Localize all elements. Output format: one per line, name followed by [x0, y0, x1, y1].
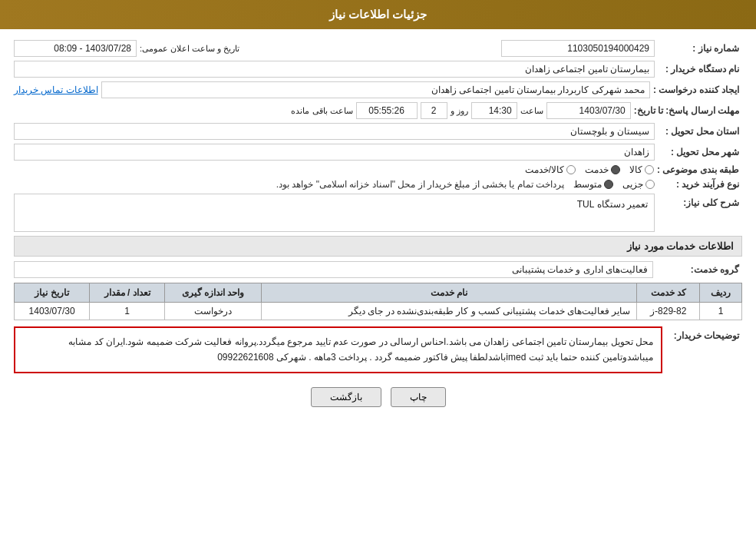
row-ijad: ایجاد کننده درخواست : محمد شهرکی کاربردا…	[14, 81, 742, 98]
radio-khadamat: خدمت	[585, 164, 620, 175]
radio-motavaset-circle	[604, 180, 613, 189]
ostan-label: استان محل تحویل :	[658, 126, 742, 137]
mohlat-label: مهلت ارسال پاسخ: تا تاریخ:	[634, 105, 742, 116]
ijad-value: محمد شهرکی کاربردار بیمارستان تامین اجتم…	[101, 81, 650, 98]
th-vahed: واحد اندازه گیری	[165, 283, 262, 303]
roz-value: 2	[421, 102, 447, 119]
shomara-niaz-value: 1103050194000429	[501, 40, 655, 57]
nooe-label: نوع فرآیند خرید :	[658, 179, 742, 190]
row-tozihat: توضیحات خریدار: محل تحویل بیمارستان تامی…	[14, 326, 742, 379]
baqi-value: 05:55:26	[356, 102, 418, 119]
row-nooe: نوع فرآیند خرید : جزیی متوسط پرداخت تمام…	[14, 179, 742, 190]
saat-value: 14:30	[471, 102, 517, 119]
radio-jozyi-circle	[645, 180, 655, 189]
cell-tedad: 1	[90, 303, 165, 320]
th-nam: نام خدمت	[261, 283, 636, 303]
tozihat-label: توضیحات خریدار:	[665, 326, 742, 341]
button-row: چاپ بازگشت	[14, 387, 742, 407]
table-header-row: ردیف کد خدمت نام خدمت واحد اندازه گیری ت…	[15, 283, 742, 303]
radio-motavaset: متوسط	[573, 179, 613, 190]
cell-radif: 1	[700, 303, 742, 320]
row-mohlat: مهلت ارسال پاسخ: تا تاریخ: 1403/07/30 سا…	[14, 102, 742, 119]
row-nam-dastgah: نام دستگاه خریدار : بیمارستان تامین اجتم…	[14, 61, 742, 78]
cell-nam: سایر فعالیت‌های خدمات پشتیبانی کسب و کار…	[261, 303, 636, 320]
tarikh-aalan-label: تاریخ و ساعت اعلان عمومی:	[140, 44, 239, 54]
etelaat-tamas-link[interactable]: اطلاعات تماس خریدار	[14, 84, 98, 95]
th-tarikh: تاریخ نیاز	[15, 283, 90, 303]
th-tedad: تعداد / مقدار	[90, 283, 165, 303]
cell-kod: 829-82-ز	[637, 303, 700, 320]
chap-button[interactable]: چاپ	[391, 387, 446, 407]
radio-kala-khadamat-label: کالا/خدمت	[525, 164, 564, 175]
sharh-value: تعمیر دستگاه TUL	[14, 194, 655, 232]
row-tabaqe: طبقه بندی موضوعی : کالا خدمت کالا/خدمت	[14, 164, 742, 175]
radio-khadamat-label: خدمت	[585, 164, 609, 175]
radio-kala: کالا	[629, 164, 654, 175]
sharh-area: تعمیر دستگاه TUL	[14, 194, 655, 232]
main-content: شماره نیاز : 1103050194000429 تاریخ و سا…	[0, 37, 756, 410]
th-radif: ردیف	[700, 283, 742, 303]
radio-kala-khadamat: کالا/خدمت	[525, 164, 576, 175]
nooe-text: پرداخت تمام یا بخشی از مبلغ خریدار از مح…	[276, 179, 564, 190]
nooe-radio-group: جزیی متوسط	[573, 179, 655, 190]
khadamat-section-header: اطلاعات خدمات مورد نیاز	[14, 236, 742, 257]
page-wrapper: جزئیات اطلاعات نیاز شماره نیاز : 1103050…	[0, 0, 756, 540]
radio-kala-label: کالا	[629, 164, 642, 175]
shahr-value: زاهدان	[14, 144, 655, 161]
table-section: ردیف کد خدمت نام خدمت واحد اندازه گیری ت…	[14, 283, 742, 320]
row-grohe: گروه خدمت: فعالیت‌های اداری و خدمات پشتی…	[14, 261, 742, 278]
row-shomara: شماره نیاز : 1103050194000429 تاریخ و سا…	[14, 40, 742, 57]
table-row: 1 829-82-ز سایر فعالیت‌های خدمات پشتیبان…	[15, 303, 742, 320]
ijad-label: ایجاد کننده درخواست :	[653, 84, 742, 95]
radio-jozyi: جزیی	[622, 179, 655, 190]
shomara-niaz-label: شماره نیاز :	[658, 43, 742, 54]
tabaqe-radio-group: کالا خدمت کالا/خدمت	[525, 164, 654, 175]
tabaqe-label: طبقه بندی موضوعی :	[657, 164, 742, 175]
radio-jozyi-label: جزیی	[622, 179, 643, 190]
ostan-value: سیستان و بلوچستان	[14, 123, 655, 140]
nam-dastgah-value: بیمارستان تامین اجتماعی زاهدان	[14, 61, 655, 78]
radio-khadamat-circle	[611, 165, 620, 174]
row-ostan: استان محل تحویل : سیستان و بلوچستان	[14, 123, 742, 140]
row-sharh: شرح کلی نیاز: تعمیر دستگاه TUL	[14, 194, 742, 232]
shahr-label: شهر محل تحویل :	[658, 147, 742, 157]
nam-dastgah-label: نام دستگاه خریدار :	[658, 64, 742, 75]
page-header: جزئیات اطلاعات نیاز	[0, 0, 756, 29]
radio-kala-circle	[645, 165, 654, 174]
mohlat-date-value: 1403/07/30	[546, 102, 631, 119]
cell-tarikh: 1403/07/30	[15, 303, 90, 320]
row-shahr: شهر محل تحویل : زاهدان	[14, 144, 742, 161]
grohe-label: گروه خدمت:	[658, 264, 742, 275]
page-title: جزئیات اطلاعات نیاز	[329, 8, 427, 21]
tozihat-value: محل تحویل بیمارستان تامین اجتماعی زاهدان…	[14, 326, 662, 373]
khadamat-table: ردیف کد خدمت نام خدمت واحد اندازه گیری ت…	[14, 283, 742, 320]
roz-label: روز و	[451, 106, 468, 116]
th-kod: کد خدمت	[637, 283, 700, 303]
saat-label: ساعت	[520, 106, 543, 116]
sharh-label: شرح کلی نیاز:	[658, 194, 742, 208]
radio-motavaset-label: متوسط	[573, 179, 602, 190]
radio-kala-khadamat-circle	[566, 165, 576, 174]
grohe-value: فعالیت‌های اداری و خدمات پشتیبانی	[14, 261, 653, 278]
cell-vahed: درخواست	[165, 303, 262, 320]
bazgasht-button[interactable]: بازگشت	[311, 387, 381, 407]
tarikh-aalan-value: 1403/07/28 - 08:09	[14, 40, 137, 57]
baqi-label: ساعت باقی مانده	[291, 106, 352, 116]
